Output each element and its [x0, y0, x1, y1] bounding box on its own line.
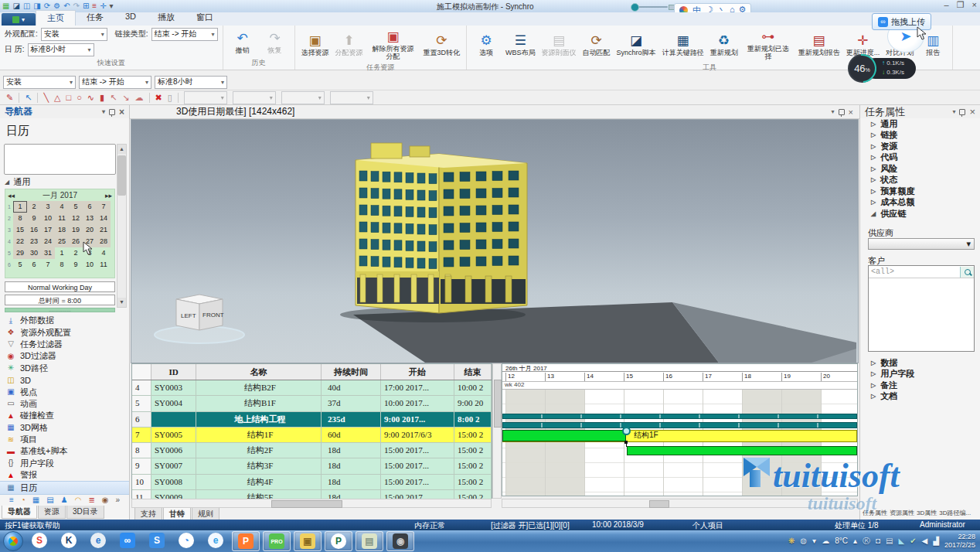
- general-section-header[interactable]: ◢ 通用: [5, 176, 30, 188]
- calendar-day[interactable]: 1: [55, 247, 69, 259]
- ribbon-button-Synchro脚本[interactable]: ◪Synchro脚本: [615, 31, 658, 57]
- sogou-ime-icon[interactable]: S: [144, 531, 170, 550]
- weather-temp[interactable]: 8°C: [835, 537, 848, 546]
- recorder-slider[interactable]: [631, 5, 671, 9]
- calendar-day[interactable]: 11: [97, 259, 111, 271]
- calendar-day[interactable]: 31: [41, 247, 55, 259]
- table-row[interactable]: 4SY0003结构B2F40d17:00 2017...10:00 2: [132, 380, 492, 396]
- calendar-day[interactable]: 7: [41, 259, 55, 271]
- calendar-day[interactable]: 23: [27, 236, 41, 247]
- calendar-prev-icon[interactable]: ◂◂: [8, 192, 15, 199]
- person-icon[interactable]: ♟: [61, 496, 68, 505]
- sidebar-item-外部数据[interactable]: ⤓外部数据: [0, 315, 129, 326]
- k-app-icon[interactable]: K: [56, 531, 82, 550]
- props-close-icon[interactable]: ×: [969, 106, 975, 118]
- calendar-day[interactable]: 10: [83, 259, 97, 271]
- ribbon-button-重置3D转化[interactable]: ⟳重置3D转化: [422, 31, 462, 57]
- tab-3D[interactable]: 3D: [114, 10, 147, 26]
- field-dropdown[interactable]: 结束 -> 开始▾: [151, 28, 218, 41]
- ribbon-button-自动匹配[interactable]: ⟳自动匹配: [581, 31, 612, 57]
- table-vscrollbar[interactable]: [492, 363, 502, 499]
- toolbar-dropdown[interactable]: 安装▾: [3, 76, 76, 89]
- arrow-se-icon[interactable]: ↘: [122, 93, 129, 102]
- maximize-button[interactable]: ❐: [957, 0, 965, 10]
- ribbon-button-解除所有资源分配[interactable]: ▣解除所有资源分配: [368, 27, 419, 61]
- ribbon-button-选择资源[interactable]: ▣选择资源: [300, 31, 331, 57]
- scrollbar-thumb[interactable]: [494, 380, 502, 428]
- toolbar-dropdown[interactable]: 结束 -> 开始▾: [79, 76, 151, 89]
- ribbon-button-WBS布局[interactable]: ☰WBS布局: [504, 31, 537, 57]
- calendar-day[interactable]: 16: [27, 224, 41, 236]
- viewport-pin-icon[interactable]: [839, 109, 845, 115]
- column-header-持续时间[interactable]: 持续时间: [322, 364, 381, 380]
- column-header-名称[interactable]: 名称: [196, 364, 322, 380]
- document-icon[interactable]: ▤: [46, 496, 53, 505]
- file-menu-button[interactable]: ▾: [2, 13, 36, 26]
- sidebar-item-碰撞检查[interactable]: ▲碰撞检查: [0, 410, 129, 421]
- tray-media-icon[interactable]: ▤: [886, 537, 893, 546]
- line-tool-icon[interactable]: ╲: [43, 93, 49, 102]
- rectangle-tool-icon[interactable]: □: [66, 93, 72, 102]
- camera-app-icon[interactable]: ◉: [386, 531, 414, 551]
- ie-icon[interactable]: e: [202, 531, 229, 550]
- folder-app-icon[interactable]: ▤: [356, 531, 383, 551]
- save-icon[interactable]: ◫: [23, 2, 30, 11]
- ribbon-button-计算关键路径[interactable]: ▦计算关键路径: [661, 31, 706, 57]
- viewport-menu-icon[interactable]: ▾: [832, 108, 835, 115]
- resource-pie-icon[interactable]: ◔: [21, 496, 26, 505]
- calendar-day[interactable]: 22: [13, 236, 27, 247]
- sidebar-item-动画[interactable]: ▭动画: [0, 398, 129, 410]
- sidebar-item-项目[interactable]: ≋项目: [0, 434, 129, 445]
- table-row[interactable]: 10SY0008结构4F18d15:00 2017...15:00 2: [132, 475, 492, 490]
- calendar-day[interactable]: 6: [27, 259, 41, 271]
- tab-任务[interactable]: 任务: [76, 10, 114, 26]
- calendar-day[interactable]: 2: [27, 201, 41, 213]
- trash-icon[interactable]: ▯: [168, 93, 172, 102]
- calendar-day[interactable]: 12: [69, 213, 83, 224]
- sidebar-item-视点[interactable]: ▣视点: [0, 386, 129, 397]
- tab-主页[interactable]: 主页: [36, 10, 76, 26]
- props-section-成本总额[interactable]: ▷成本总额: [860, 197, 980, 209]
- props-section-供应链[interactable]: ◢供应链: [860, 208, 980, 220]
- calendar-day[interactable]: 17: [41, 224, 55, 236]
- right-dock-tab-2[interactable]: 3D属性: [917, 509, 937, 517]
- table-hscrollbar[interactable]: [131, 499, 492, 508]
- pin-icon[interactable]: [109, 109, 115, 115]
- sidebar-item-任务过滤器[interactable]: ▽任务过滤器: [0, 339, 129, 350]
- tray-help-icon[interactable]: ◍: [800, 537, 807, 546]
- props-section-数据[interactable]: ▷数据: [860, 357, 980, 369]
- sogou-browser-icon[interactable]: S: [26, 531, 53, 550]
- calendar-day[interactable]: 9: [69, 259, 83, 271]
- ribbon-button-选项[interactable]: ⚙选项: [471, 31, 501, 57]
- sidebar-item-3D路径[interactable]: ✳3D路径: [0, 363, 129, 374]
- customer-filter-value[interactable]: <all>: [869, 267, 960, 276]
- baidu-netdisk-icon[interactable]: ∞: [114, 531, 141, 550]
- props-section-代码[interactable]: ▷代码: [860, 152, 980, 164]
- tray-netdisk-icon[interactable]: ◘: [876, 537, 880, 546]
- scrollbar-thumb[interactable]: [649, 500, 669, 508]
- field-dropdown[interactable]: 标准8小时▾: [28, 43, 94, 56]
- scrollbar-thumb[interactable]: [271, 500, 342, 508]
- strip-overflow-icon[interactable]: »: [116, 496, 121, 505]
- props-section-预算额度[interactable]: ▷预算额度: [860, 186, 980, 197]
- table-row[interactable]: 5SY0004结构B1F37d10:00 2017...9:00 20: [132, 396, 492, 411]
- task-progress-bar[interactable]: [502, 430, 626, 441]
- cloud-tool-icon[interactable]: ☁: [135, 93, 144, 102]
- project-app-icon[interactable]: P: [325, 531, 352, 551]
- panel-menu-icon[interactable]: ▾: [102, 108, 105, 115]
- gantt-hscrollbar[interactable]: [502, 499, 858, 508]
- tray-tv-icon[interactable]: ◣: [898, 537, 904, 546]
- sidebar-item-日历[interactable]: ▦日历: [0, 481, 129, 494]
- calendar-day[interactable]: 18: [55, 224, 69, 236]
- calendar-day[interactable]: 4: [55, 201, 69, 213]
- sidebar-item-警报[interactable]: ▲警报: [0, 469, 129, 481]
- props-pin-icon[interactable]: [959, 109, 965, 115]
- calendar-day[interactable]: 30: [27, 247, 41, 259]
- scrollbar-thumb[interactable]: [117, 155, 126, 196]
- hardhat-icon[interactable]: ◠: [75, 496, 82, 505]
- calendar-day[interactable]: 10: [41, 213, 55, 224]
- sidebar-item-用户字段[interactable]: {}用户字段: [0, 458, 129, 469]
- network-speed-gauge[interactable]: ↑ 0.1K/s ↓ 0.3K/s 46%: [848, 54, 917, 83]
- calendar-list-box[interactable]: [4, 144, 116, 175]
- milestone-marker-icon[interactable]: [622, 427, 631, 435]
